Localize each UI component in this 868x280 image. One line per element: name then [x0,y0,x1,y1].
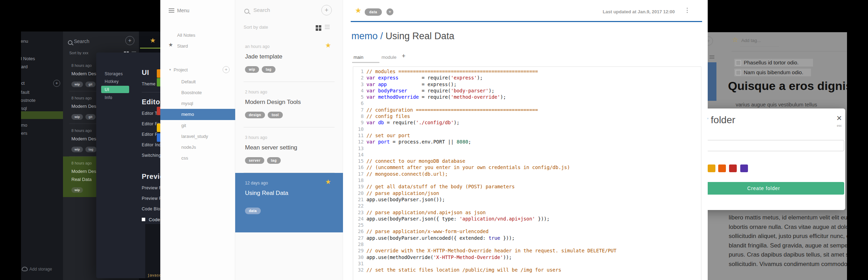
hamburger-menu-icon[interactable] [169,8,174,9]
code-line: 5var methodOverride = require('method-ov… [353,94,701,100]
settings-nav-item-info[interactable]: Info [105,95,112,100]
settings-row-label[interactable]: Preview F [142,186,162,190]
create-folder-button[interactable]: Create folder [708,182,844,195]
dark-new-note-icon[interactable]: + [125,36,134,45]
grid-view-icon[interactable] [316,25,318,28]
folder-color-swatch[interactable] [708,164,715,172]
note-title: Using Real Data [245,190,335,197]
dark-sort-select[interactable]: Sort by xxx [69,51,88,55]
dark-search-icon [68,40,72,45]
collage-black-right [847,0,868,280]
note-tag-pill[interactable]: data [365,8,382,16]
esc-hint: esc [837,124,842,127]
dim-todo-label: Phasellus id tortor odio. [744,59,799,65]
note-folder-crumb[interactable]: memo [351,31,378,41]
dim-selected-note-strip [708,62,716,101]
sidebar-folder-memo[interactable]: memo [160,109,235,120]
dark-folder-item[interactable]: mo [21,122,27,128]
settings-checkbox[interactable] [142,218,145,221]
dark-add-storage-button[interactable]: Add storage [29,267,52,272]
folder-color-swatch[interactable] [718,164,726,172]
code-line: 27app.use(bodyParser.urlencoded({ extend… [353,235,701,241]
code-line: 14 [353,152,701,158]
note-tag: tag [262,66,275,73]
folder-color-swatch[interactable] [729,164,737,172]
sidebar-item-all-notes[interactable]: All Notes [177,33,195,38]
dark-folder-item[interactable]: ers [21,131,27,136]
settings-nav-item-storages[interactable]: Storages [105,71,123,76]
sort-select[interactable]: Sort by date [244,24,268,30]
sidebar-project-label[interactable]: Project [174,67,188,72]
sidebar-item-starred[interactable]: Stard [177,43,188,49]
menu-label[interactable]: Menu [177,8,189,13]
note-list-item[interactable]: 2 hours agoModern Design Toolsdesigntool [235,82,343,127]
dark-search-input[interactable]: Search [74,38,89,44]
dark-add-folder-icon[interactable]: + [53,80,60,87]
code-line: 21app.use(bodyParser.json()); [353,196,701,203]
dim-add-tag-input: Add tag... [741,38,761,43]
kebab-menu-icon[interactable] [687,8,688,9]
note-star-icon[interactable]: ★ [325,178,331,186]
settings-section-heading: Editor [142,98,162,106]
code-line: 8// config files [353,113,701,119]
sidebar-folder-Default[interactable]: Default [160,76,235,87]
settings-row-label[interactable]: Preview F [142,196,162,201]
new-note-button[interactable]: + [321,5,332,15]
settings-divider [142,92,162,92]
settings-row-label[interactable]: Editor Ind [142,142,162,147]
sidebar-folder-Boostnote[interactable]: Boostnote [160,87,235,98]
code-line: 16// (uncomment after you enter in your … [353,164,701,170]
settings-checkbox-label: Code [149,217,160,222]
dark-note-tag: tag [85,147,97,152]
folder-color-swatch[interactable] [740,164,748,172]
code-line: 17// mongoose.connect(db.url); [353,171,701,177]
tab-main[interactable]: main [354,55,363,60]
dark-note-tag: wip [71,114,83,120]
search-icon [244,9,249,14]
settings-row-label[interactable]: Switching [142,153,162,158]
sidebar-folder-git[interactable]: git [160,120,235,131]
folder-name-input[interactable] [708,140,844,151]
code-editor[interactable]: 1// modules ============================… [353,66,701,280]
dark-star-icon[interactable]: ★ [150,36,156,44]
dim-todo-checkbox [736,70,741,75]
code-line: 3var app = express(); [353,81,701,88]
settings-row-label[interactable]: Code Blo [142,206,162,211]
dark-note-tag: wip [71,187,83,193]
sidebar-folder-laravel_study[interactable]: laravel_study [160,131,235,142]
code-line: 18 [353,177,701,183]
close-icon[interactable]: × [836,113,842,124]
collage-black-left [0,0,21,280]
note-list-item[interactable]: 3 hours agoMean server settingservertag [235,127,343,173]
note-list-item[interactable]: 12 days ago★Using Real Datadata [235,173,343,232]
collage-black-topbar [708,0,868,32]
note-tag: tool [268,112,282,118]
add-snippet-tab-button[interactable]: + [402,52,406,60]
note-title: Modern Design Tools [245,99,335,106]
add-tag-button[interactable]: + [386,8,393,15]
note-title: memo / Using Real Data [351,31,454,42]
dark-note-tag: git [85,82,96,87]
sidebar-folder-css[interactable]: css [160,153,235,163]
search-input[interactable]: Search [253,7,270,13]
note-star-icon[interactable]: ★ [355,6,362,15]
list-view-icon[interactable] [325,25,330,26]
code-line: 25 [353,222,701,228]
dim-divider [732,51,847,51]
note-title: Mean server setting [245,144,335,151]
active-tab-underline [352,62,379,63]
project-caret-icon[interactable]: ▼ [169,68,172,71]
note-star-icon[interactable]: ★ [325,41,331,49]
code-line: 11// set our port [353,132,701,139]
sidebar-folder-nodeJs[interactable]: nodeJs [160,142,235,153]
code-line: 13 [353,145,701,152]
note-title-text[interactable]: Using Real Data [386,31,455,41]
crumb-separator: / [378,31,386,41]
settings-nav-item-ui[interactable]: UI [105,87,109,92]
tab-module[interactable]: module [382,55,397,60]
dark-list-view-icon[interactable] [132,51,136,52]
settings-nav-item-hotkey[interactable]: Hotkey [105,79,119,84]
add-folder-icon[interactable]: + [223,66,230,73]
sidebar-folder-mysql[interactable]: mysql [160,98,235,109]
note-list-item[interactable]: an hours ago★Jade templatewiptag [235,36,343,82]
